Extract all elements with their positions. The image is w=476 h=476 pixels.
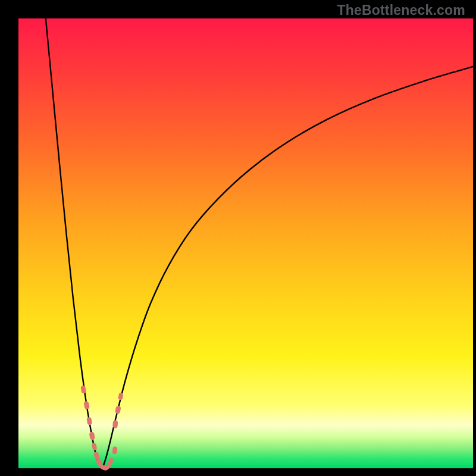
watermark-text: TheBottleneck.com [337, 2, 465, 18]
bottleneck-chart [0, 0, 476, 476]
chart-frame: TheBottleneck.com [0, 0, 476, 476]
